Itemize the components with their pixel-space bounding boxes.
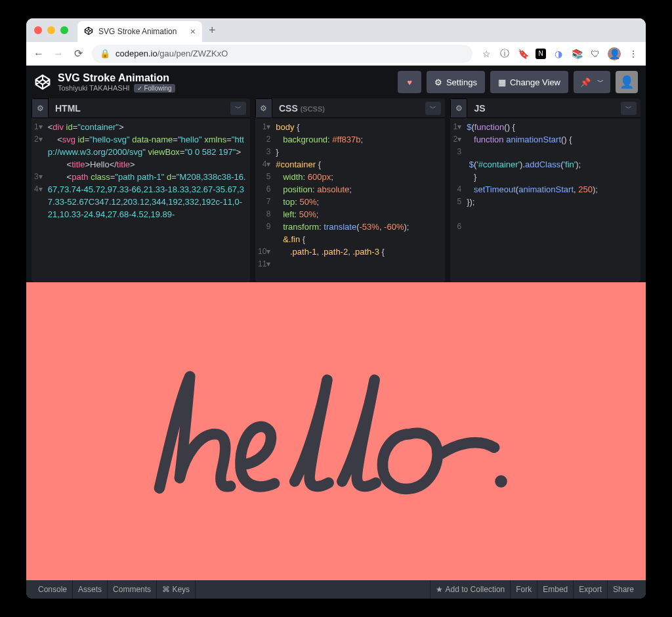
hello-svg	[139, 363, 533, 499]
chevron-down-icon: ﹀	[597, 77, 604, 87]
share-button[interactable]: Share	[607, 580, 639, 599]
codepen-favicon	[84, 26, 93, 37]
lock-icon: 🔒	[100, 49, 110, 58]
forward-icon[interactable]: →	[52, 48, 64, 60]
pin-button[interactable]: 📌﹀	[574, 71, 610, 93]
js-editor-pane: ⚙ JS ﹀ 1▾ 2▾ 3 4 5 6 $(function() { func…	[450, 98, 640, 282]
address-bar: ← → ⟳ 🔒 codepen.io/gau/pen/ZWZKxO ☆ ⓘ 🔖 …	[26, 42, 646, 66]
ext-icon-5[interactable]: 🛡	[589, 48, 601, 60]
svg-point-0	[495, 476, 507, 488]
settings-button[interactable]: ⚙Settings	[427, 71, 485, 93]
url-input[interactable]: 🔒 codepen.io/gau/pen/ZWZKxO	[92, 45, 472, 63]
css-editor[interactable]: 1▾ 2 3 4▾ 5 6 7 8 9 10▾ 11▾ body { backg…	[255, 118, 446, 282]
heart-icon: ♥	[407, 77, 412, 87]
js-gear-icon[interactable]: ⚙	[450, 98, 467, 118]
keys-button[interactable]: ⌘ Keys	[157, 580, 196, 599]
css-editor-pane: ⚙ CSS (SCSS) ﹀ 1▾ 2 3 4▾ 5 6 7 8 9 10▾ 1…	[255, 98, 446, 282]
pen-title: SVG Stroke Animation	[58, 72, 175, 84]
codepen-app: SVG Stroke Animation Toshiyuki TAKAHASHI…	[26, 66, 646, 599]
pin-icon: 📌	[580, 77, 591, 87]
css-pane-subtitle: (SCSS)	[301, 105, 325, 113]
settings-label: Settings	[446, 77, 477, 87]
embed-button[interactable]: Embed	[537, 580, 573, 599]
url-path: /gau/pen/ZWZKxO	[158, 49, 228, 58]
window-controls	[34, 26, 68, 34]
star-icon: ★	[436, 585, 443, 594]
ext-icon-2[interactable]: N	[536, 49, 546, 59]
back-icon[interactable]: ←	[33, 48, 45, 60]
footer-bar: Console Assets Comments ⌘ Keys ★Add to C…	[26, 580, 646, 599]
editor-row: ⚙ HTML ﹀ 1▾ 2▾ 3▾ 4▾ <div id="container"…	[26, 98, 646, 282]
new-tab-button[interactable]: +	[209, 24, 216, 37]
change-view-label: Change View	[510, 77, 560, 87]
ext-icon-1[interactable]: 🔖	[517, 48, 529, 60]
html-editor-pane: ⚙ HTML ﹀ 1▾ 2▾ 3▾ 4▾ <div id="container"…	[32, 98, 250, 282]
html-pane-header: ⚙ HTML ﹀	[32, 98, 250, 118]
add-to-collection-button[interactable]: ★Add to Collection	[430, 580, 511, 599]
html-source[interactable]: <div id="container"> <svg id="hello-svg"…	[48, 121, 246, 280]
assets-button[interactable]: Assets	[73, 580, 108, 599]
codepen-logo-icon[interactable]	[34, 74, 51, 91]
pen-author[interactable]: Toshiyuki TAKAHASHI	[58, 84, 130, 92]
pen-title-block: SVG Stroke Animation Toshiyuki TAKAHASHI…	[58, 72, 175, 93]
html-gear-icon[interactable]: ⚙	[32, 98, 49, 118]
gear-icon: ⚙	[434, 77, 442, 87]
toolbar-right: ☆ ⓘ 🔖 N ◑ 📚 🛡 👤 ⋮	[480, 47, 639, 60]
codepen-header: SVG Stroke Animation Toshiyuki TAKAHASHI…	[26, 66, 646, 98]
css-pane-header: ⚙ CSS (SCSS) ﹀	[255, 98, 446, 118]
love-button[interactable]: ♥	[398, 71, 421, 93]
following-badge[interactable]: ✓ Following	[134, 84, 175, 93]
info-icon[interactable]: ⓘ	[499, 48, 511, 60]
js-gutter: 1▾ 2▾ 3 4 5 6	[450, 121, 467, 280]
tab-title: SVG Stroke Animation	[98, 27, 177, 36]
html-collapse-icon[interactable]: ﹀	[230, 102, 246, 115]
close-window[interactable]	[34, 26, 42, 34]
css-pane-title: CSS (SCSS)	[272, 103, 331, 114]
js-editor[interactable]: 1▾ 2▾ 3 4 5 6 $(function() { function an…	[450, 118, 640, 282]
close-tab-icon[interactable]: ×	[190, 26, 196, 37]
html-gutter: 1▾ 2▾ 3▾ 4▾	[32, 121, 48, 280]
html-editor[interactable]: 1▾ 2▾ 3▾ 4▾ <div id="container"> <svg id…	[32, 118, 250, 282]
url-host: codepen.io	[116, 49, 158, 58]
comments-button[interactable]: Comments	[108, 580, 157, 599]
menu-icon[interactable]: ⋮	[627, 48, 639, 60]
js-source[interactable]: $(function() { function animationStart()…	[467, 121, 637, 280]
user-avatar[interactable]: 👤	[616, 71, 638, 93]
fork-button[interactable]: Fork	[510, 580, 537, 599]
css-gear-icon[interactable]: ⚙	[255, 98, 272, 118]
console-button[interactable]: Console	[33, 580, 73, 599]
ext-icon-3[interactable]: ◑	[553, 48, 564, 60]
star-icon[interactable]: ☆	[480, 48, 492, 60]
browser-tab[interactable]: SVG Stroke Animation ×	[77, 21, 202, 42]
html-pane-title: HTML	[49, 103, 87, 114]
js-collapse-icon[interactable]: ﹀	[621, 102, 637, 115]
ext-icon-4[interactable]: 📚	[571, 48, 583, 60]
browser-chrome: SVG Stroke Animation × + ← → ⟳ 🔒 codepen…	[26, 18, 646, 66]
css-collapse-icon[interactable]: ﹀	[425, 102, 441, 115]
minimize-window[interactable]	[47, 26, 55, 34]
css-gutter: 1▾ 2 3 4▾ 5 6 7 8 9 10▾ 11▾	[255, 121, 276, 280]
js-pane-title: JS	[467, 103, 492, 114]
change-view-button[interactable]: ▦Change View	[490, 71, 568, 93]
preview-pane	[26, 282, 646, 580]
maximize-window[interactable]	[60, 26, 68, 34]
header-actions: ♥ ⚙Settings ▦Change View 📌﹀ 👤	[398, 71, 638, 93]
layout-icon: ▦	[498, 77, 506, 87]
reload-icon[interactable]: ⟳	[72, 47, 84, 60]
tab-bar: SVG Stroke Animation × +	[26, 18, 646, 42]
browser-window: SVG Stroke Animation × + ← → ⟳ 🔒 codepen…	[26, 18, 646, 599]
profile-avatar-icon[interactable]: 👤	[608, 47, 621, 60]
export-button[interactable]: Export	[573, 580, 607, 599]
js-pane-header: ⚙ JS ﹀	[450, 98, 640, 118]
pen-author-line: Toshiyuki TAKAHASHI ✓ Following	[58, 84, 175, 93]
css-source[interactable]: body { background: #ff837b; } #container…	[276, 121, 441, 280]
